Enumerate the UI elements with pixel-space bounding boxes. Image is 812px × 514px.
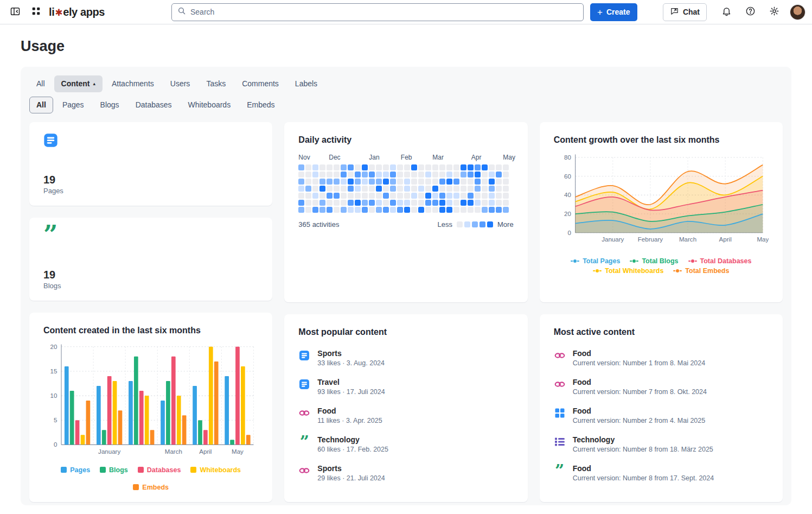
subtab-blogs[interactable]: Blogs	[93, 97, 126, 113]
list-item[interactable]: Sports33 likes · 3. Aug. 2024	[298, 344, 513, 372]
subtab-all[interactable]: All	[29, 97, 53, 113]
activity-cell	[482, 172, 488, 177]
item-title[interactable]: Sports	[317, 349, 385, 358]
activity-cell	[489, 200, 495, 206]
activity-cell	[397, 200, 403, 206]
tab-users[interactable]: Users	[163, 75, 197, 92]
legend-item[interactable]: Total Blogs	[630, 257, 678, 265]
profile-button[interactable]	[789, 4, 805, 20]
activity-cell	[446, 193, 452, 199]
topbar-right: Chat	[663, 3, 805, 21]
activity-cell	[411, 172, 417, 177]
list-item[interactable]: FoodCurrent version: Number 2 from 4. Ma…	[554, 401, 769, 430]
tab-labels[interactable]: Labels	[288, 75, 324, 92]
list-item[interactable]: Food11 likes · 3. Apr. 2025	[298, 401, 513, 430]
settings-button[interactable]	[765, 3, 783, 21]
tab-attachments[interactable]: Attachments	[105, 75, 161, 92]
item-title[interactable]: Food	[573, 378, 707, 386]
legend-item[interactable]: Total Embeds	[673, 267, 729, 275]
legend-swatch	[190, 467, 196, 473]
svg-text:May: May	[232, 448, 244, 455]
legend-item[interactable]: Pages	[61, 466, 90, 474]
item-meta: 93 likes · 17. Juli 2024	[317, 388, 385, 396]
legend-item[interactable]: Total Databases	[688, 257, 752, 265]
chat-button[interactable]: Chat	[663, 3, 707, 21]
app-switcher-button[interactable]	[27, 3, 44, 21]
activity-cell	[496, 179, 502, 185]
list-item[interactable]: ”FoodCurrent version: Number 8 from 17. …	[554, 459, 769, 487]
bell-icon	[721, 6, 732, 18]
subtab-embeds[interactable]: Embeds	[240, 97, 282, 113]
list-item[interactable]: FoodCurrent version: Number 7 from 8. Ok…	[554, 372, 769, 401]
list-item[interactable]: Sports29 likes · 21. Juli 2024	[298, 459, 513, 487]
activity-cell	[362, 172, 368, 177]
item-title[interactable]: Food	[573, 464, 714, 473]
item-meta: 11 likes · 3. Apr. 2025	[317, 417, 382, 424]
activity-cell	[432, 164, 438, 170]
item-title[interactable]: Technology	[317, 435, 388, 444]
activity-cell	[319, 164, 325, 170]
svg-text:March: March	[679, 236, 696, 243]
activity-cell	[404, 164, 410, 170]
item-title[interactable]: Food	[573, 407, 706, 415]
tab-all[interactable]: All	[29, 75, 52, 92]
search-input[interactable]	[190, 8, 578, 16]
item-title[interactable]: Food	[317, 407, 382, 415]
legend-item[interactable]: Whiteboards	[190, 466, 241, 474]
subtab-whiteboards[interactable]: Whiteboards	[181, 97, 238, 113]
tab-content[interactable]: Content▴	[54, 75, 103, 92]
help-button[interactable]	[741, 3, 759, 21]
activity-cell	[390, 207, 396, 213]
list-item[interactable]: TechnologyCurrent version: Number 8 from…	[554, 430, 769, 459]
tab-comments[interactable]: Comments	[235, 75, 286, 92]
activity-cell	[425, 164, 431, 170]
activity-cell	[404, 186, 410, 192]
create-button[interactable]: + Create	[590, 3, 637, 21]
activity-cell	[418, 179, 424, 185]
legend-label: Total Whiteboards	[605, 267, 663, 275]
activity-heatmap	[298, 164, 513, 213]
create-button-label: Create	[606, 8, 630, 16]
activity-cell	[453, 207, 459, 213]
legend-item[interactable]: Total Whiteboards	[593, 267, 663, 275]
brand-logo[interactable]: li✱ely apps	[49, 6, 105, 18]
activity-cell	[468, 164, 474, 170]
item-title[interactable]: Sports	[317, 464, 385, 473]
list-item[interactable]: ”Technology60 likes · 17. Feb. 2025	[298, 430, 513, 459]
list-item[interactable]: Travel93 likes · 17. Juli 2024	[298, 372, 513, 401]
notifications-button[interactable]	[718, 3, 735, 21]
activity-cell	[348, 186, 354, 192]
activity-cell	[369, 207, 375, 213]
item-title[interactable]: Food	[573, 349, 706, 358]
tab-tasks[interactable]: Tasks	[199, 75, 233, 92]
activity-cell	[418, 186, 424, 192]
activity-cell	[432, 200, 438, 206]
item-title[interactable]: Travel	[317, 378, 385, 386]
legend-item[interactable]: Databases	[138, 466, 181, 474]
list-item[interactable]: FoodCurrent version: Number 1 from 8. Ma…	[554, 344, 769, 372]
legend-item[interactable]: Embeds	[133, 484, 169, 491]
activity-cell	[461, 179, 466, 185]
search-box[interactable]	[171, 3, 584, 21]
legend-item[interactable]: Blogs	[100, 466, 128, 474]
svg-text:20: 20	[564, 210, 571, 217]
activity-cell	[334, 164, 340, 170]
legend-item[interactable]: Total Pages	[571, 257, 620, 265]
heatmap-month-label: Feb	[401, 154, 412, 161]
activity-cell	[432, 207, 438, 213]
activity-cell	[319, 172, 325, 177]
activity-cell	[341, 200, 347, 206]
item-meta: Current version: Number 8 from 17. Sept.…	[573, 474, 714, 482]
activity-cell	[369, 179, 375, 185]
legend-marker	[630, 259, 638, 263]
activity-cell	[468, 179, 474, 185]
activity-cell	[341, 186, 347, 192]
item-title[interactable]: Technology	[573, 435, 713, 444]
subtab-databases[interactable]: Databases	[129, 97, 179, 113]
sidebar-toggle-button[interactable]	[7, 3, 24, 21]
activity-cell	[496, 172, 502, 177]
page-icon	[43, 133, 58, 151]
activity-cell	[461, 186, 466, 192]
activity-cell	[468, 186, 474, 192]
subtab-pages[interactable]: Pages	[55, 97, 91, 113]
